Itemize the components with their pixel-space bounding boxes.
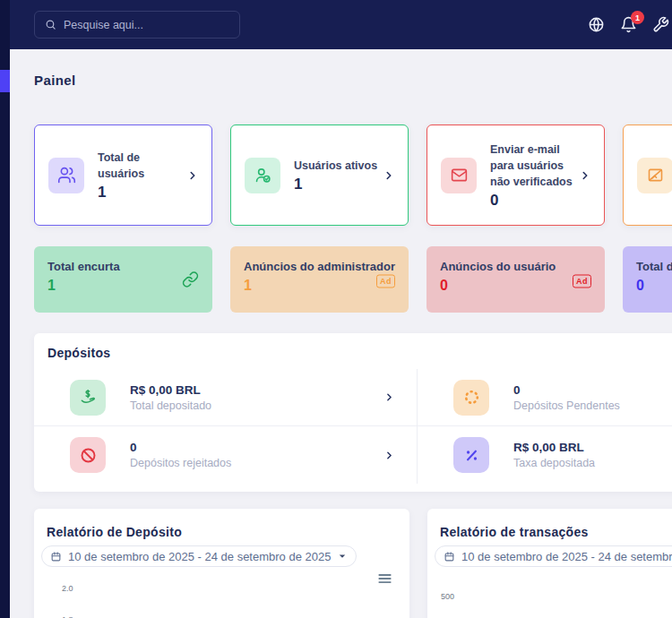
mini-card-row: Total encurta 1 Anúncios do administrado… — [34, 246, 672, 313]
deposit-item-total[interactable]: R$ 0,00 BRL Total depositado — [34, 369, 418, 426]
chevron-right-icon[interactable] — [383, 450, 395, 461]
stat-card-email-unverified[interactable]: Enviar e-mail para usuários não verifica… — [426, 124, 605, 226]
deposit-value: 0 — [130, 441, 383, 454]
hand-dollar-icon — [70, 380, 106, 416]
deposit-value: 0 — [513, 383, 672, 397]
user-check-icon — [245, 158, 280, 193]
stat-title: Enviar e-mail para usuários não verifica… — [490, 142, 579, 190]
chevron-right-icon[interactable] — [579, 169, 591, 182]
deposit-item-fee[interactable]: R$ 0,00 BRL Taxa depositada — [418, 426, 672, 484]
stat-title: Usuários ativos — [294, 158, 383, 174]
mini-card-value: 1 — [47, 278, 199, 294]
calendar-icon — [444, 551, 455, 562]
ad-badge-icon: Ad — [376, 271, 395, 288]
y-axis-tick: 2.0 — [62, 584, 73, 593]
deposits-title: Depósitos — [34, 333, 672, 360]
topbar: 1 — [10, 0, 672, 49]
ad-badge-icon: Ad — [573, 271, 591, 288]
deposit-label: Depósitos Pendentes — [513, 399, 672, 412]
search-icon — [45, 19, 56, 30]
image-off-icon — [637, 158, 672, 193]
chevron-right-icon[interactable] — [186, 169, 199, 182]
ad-badge-label: Ad — [573, 275, 591, 288]
percent-icon — [453, 437, 489, 473]
stat-value: 0 — [490, 192, 579, 210]
stat-value: 1 — [98, 184, 186, 202]
stat-value: 1 — [294, 176, 383, 193]
mini-card-value: 0 — [636, 278, 672, 294]
deposit-label: Depósitos rejeitados — [130, 457, 383, 469]
collapsed-sidebar — [0, 0, 10, 618]
mini-card-user-ads[interactable]: Anúncios do usuário 0 Ad — [426, 246, 605, 313]
deposit-label: Total depositado — [130, 399, 383, 412]
mini-card-title: Total de — [636, 260, 672, 273]
mini-card-total-shortened[interactable]: Total encurta 1 — [34, 246, 212, 313]
main-content: Painel Total de usuários 1 Usuários ativ… — [10, 49, 672, 618]
chart-menu-icon[interactable] — [378, 573, 392, 584]
deposit-value: R$ 0,00 BRL — [513, 441, 672, 454]
deposit-label: Taxa depositada — [513, 457, 672, 469]
charts-row: Relatório de Depósito 10 de setembro de … — [34, 509, 672, 618]
spinner-icon — [453, 380, 489, 416]
chart-title: Relatório de transações — [440, 525, 672, 539]
stat-card-row: Total de usuários 1 Usuários ativos 1 — [34, 124, 672, 226]
y-axis-tick: 500 — [441, 592, 454, 601]
date-range-text: 10 de setembro de 2025 - 24 de setembro … — [68, 550, 331, 563]
mini-card-admin-ads[interactable]: Anúncios do administrador 1 Ad — [230, 246, 409, 313]
search-input[interactable] — [64, 19, 229, 31]
date-range-picker[interactable]: 10 de setembro de 2025 - 24 de setembro … — [435, 545, 672, 567]
deposit-value: R$ 0,00 BRL — [130, 383, 383, 397]
stat-title: Total de usuários — [98, 150, 186, 182]
search-box[interactable] — [34, 11, 240, 39]
ad-badge-label: Ad — [376, 275, 395, 288]
stat-card-active-users[interactable]: Usuários ativos 1 — [230, 124, 409, 226]
settings-wrench-icon[interactable] — [652, 16, 669, 33]
stat-card-clipped[interactable] — [623, 124, 672, 226]
deposits-section: Depósitos R$ 0,00 BRL Total depositado — [34, 333, 672, 492]
notification-count-badge: 1 — [631, 11, 644, 24]
users-group-icon — [48, 158, 84, 193]
ban-icon — [70, 437, 106, 473]
date-range-text: 10 de setembro de 2025 - 24 de setembro … — [461, 550, 672, 563]
mini-card-clipped[interactable]: Total de 0 — [623, 246, 672, 313]
mini-card-title: Anúncios do administrador — [244, 260, 395, 273]
sidebar-active-item[interactable] — [0, 70, 10, 92]
deposits-grid: R$ 0,00 BRL Total depositado 0 Depósitos… — [34, 369, 672, 484]
mini-card-value: 1 — [244, 278, 395, 294]
page-title: Painel — [34, 73, 76, 88]
language-globe-icon[interactable] — [588, 16, 605, 33]
deposit-item-rejected[interactable]: 0 Depósitos rejeitados — [34, 426, 418, 484]
transactions-report-card: Relatório de transações 10 de setembro d… — [427, 509, 672, 618]
mini-card-title: Anúncios do usuário — [440, 260, 591, 273]
deposit-report-card: Relatório de Depósito 10 de setembro de … — [34, 509, 409, 618]
deposit-item-pending[interactable]: 0 Depósitos Pendentes — [418, 369, 672, 426]
mini-card-title: Total encurta — [47, 260, 199, 273]
link-icon — [182, 271, 199, 288]
caret-down-icon — [337, 551, 348, 562]
calendar-icon — [50, 551, 62, 562]
stat-card-total-users[interactable]: Total de usuários 1 — [34, 124, 212, 226]
chart-title: Relatório de Depósito — [47, 525, 409, 539]
mini-card-value: 0 — [440, 278, 591, 294]
envelope-icon — [441, 158, 477, 193]
chevron-right-icon[interactable] — [383, 169, 395, 182]
notifications-bell-icon[interactable]: 1 — [620, 16, 637, 33]
date-range-picker[interactable]: 10 de setembro de 2025 - 24 de setembro … — [41, 545, 357, 567]
chevron-right-icon[interactable] — [383, 391, 395, 403]
